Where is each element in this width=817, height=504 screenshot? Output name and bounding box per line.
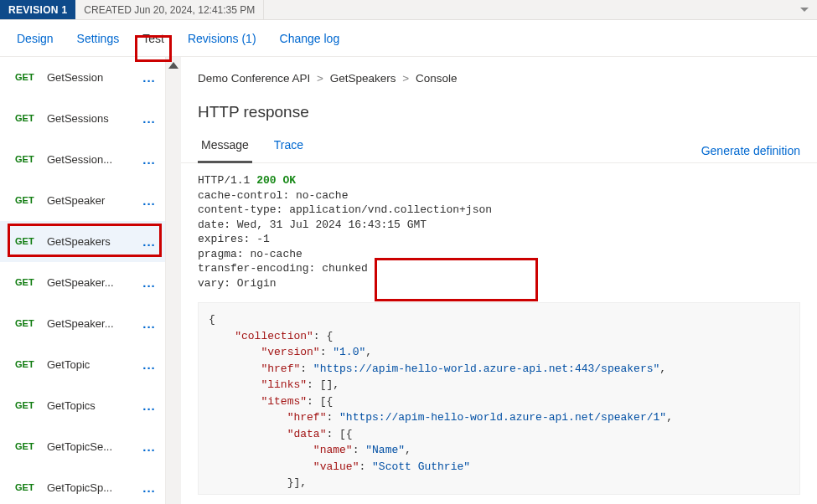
tab-change-log[interactable]: Change log	[268, 26, 352, 51]
op-item-getsession[interactable]: GET GetSession ...	[0, 57, 165, 98]
header-transfer-encoding: transfer-encoding: chunked	[198, 262, 368, 275]
json-val-version: "1.0"	[333, 346, 365, 358]
json-val-href1: "https://apim-hello-world.azure-api.net:…	[313, 363, 659, 375]
json-val-value: "Scott Guthrie"	[372, 460, 470, 473]
op-item-gettopics[interactable]: GET GetTopics ...	[0, 385, 165, 426]
more-icon[interactable]: ...	[142, 440, 157, 454]
left-gutter	[166, 57, 181, 504]
tab-revisions[interactable]: Revisions (1)	[176, 26, 268, 51]
op-verb: GET	[15, 277, 39, 287]
json-key-name: "name"	[313, 444, 353, 456]
more-icon[interactable]: ...	[142, 193, 157, 208]
op-verb: GET	[15, 359, 39, 369]
section-title: HTTP response	[181, 93, 817, 135]
json-key-links2: "links"	[287, 493, 334, 496]
json-val-name: "Name"	[365, 444, 405, 456]
op-verb: GET	[15, 236, 39, 246]
op-name: GetSpeakers	[47, 235, 133, 248]
op-name: GetTopics	[47, 399, 133, 412]
json-key-value: "value"	[313, 460, 359, 473]
scroll-up-icon[interactable]	[168, 62, 178, 69]
breadcrumb: Demo Conference API > GetSpeakers > Cons…	[181, 57, 817, 93]
more-icon[interactable]: ...	[142, 275, 157, 290]
op-item-getspeakers[interactable]: GET GetSpeakers ...	[0, 221, 165, 262]
revision-bar: REVISION 1 CREATED Jun 20, 2024, 12:41:3…	[0, 0, 817, 20]
json-key-data: "data"	[287, 428, 327, 440]
op-verb: GET	[15, 195, 39, 205]
revision-badge: REVISION 1	[0, 0, 75, 19]
more-icon[interactable]: ...	[142, 316, 157, 331]
tab-message[interactable]: Message	[198, 135, 252, 163]
operations-list: GET GetSession ... GET GetSessions ... G…	[0, 57, 166, 504]
op-name: GetSpeaker	[47, 194, 133, 207]
more-icon[interactable]: ...	[142, 481, 157, 495]
more-icon[interactable]: ...	[142, 399, 157, 413]
op-item-gettopic[interactable]: GET GetTopic ...	[0, 344, 165, 385]
json-key-href: "href"	[261, 363, 300, 375]
op-item-gettopicse[interactable]: GET GetTopicSe... ...	[0, 426, 165, 467]
response-body: { "collection": { "version": "1.0", "hre…	[198, 302, 800, 495]
op-item-getspeaker-trunc2[interactable]: GET GetSpeaker... ...	[0, 303, 165, 344]
json-key-href2: "href"	[287, 411, 327, 424]
op-verb: GET	[15, 482, 39, 492]
op-verb: GET	[15, 113, 39, 123]
op-name: GetTopic	[47, 358, 133, 371]
op-name: GetTopicSe...	[47, 440, 133, 453]
top-tabs: Design Settings Test Revisions (1) Chang…	[0, 20, 817, 57]
generate-definition-link[interactable]: Generate definition	[701, 141, 800, 157]
op-item-getsessions[interactable]: GET GetSessions ...	[0, 98, 165, 139]
result-tabs: Message Trace Generate definition	[181, 135, 817, 163]
more-icon[interactable]: ...	[142, 111, 157, 126]
more-icon[interactable]: ...	[142, 234, 157, 249]
json-val-href2: "https://apim-hello-world.azure-api.net/…	[339, 411, 666, 424]
http-status: 200 OK	[256, 174, 296, 187]
op-item-getsession-trunc[interactable]: GET GetSession... ...	[0, 139, 165, 180]
breadcrumb-api[interactable]: Demo Conference API	[198, 72, 310, 85]
header-date: date: Wed, 31 Jul 2024 16:43:15 GMT	[198, 219, 427, 231]
json-key-items: "items"	[261, 395, 307, 408]
more-icon[interactable]: ...	[142, 357, 157, 372]
op-name: GetSpeaker...	[47, 317, 133, 330]
header-cache-control: cache-control: no-cache	[198, 189, 348, 202]
tab-design[interactable]: Design	[8, 26, 65, 51]
breadcrumb-op[interactable]: GetSpeakers	[330, 72, 396, 85]
op-name: GetSession	[47, 71, 133, 84]
header-vary: vary: Origin	[198, 277, 277, 290]
response-panel: Demo Conference API > GetSpeakers > Cons…	[166, 57, 817, 504]
op-name: GetSession...	[47, 153, 133, 166]
json-key-version: "version"	[261, 346, 319, 358]
revision-created: CREATED Jun 20, 2024, 12:41:35 PM	[75, 0, 264, 19]
op-verb: GET	[15, 154, 39, 164]
chevron-down-icon	[800, 8, 809, 12]
tab-test[interactable]: Test	[131, 26, 176, 51]
more-icon[interactable]: ...	[142, 152, 157, 167]
header-expires: expires: -1	[198, 233, 270, 245]
json-key-collection: "collection"	[235, 330, 313, 342]
op-verb: GET	[15, 318, 39, 328]
op-item-gettopicsp[interactable]: GET GetTopicSp... ...	[0, 467, 165, 504]
op-verb: GET	[15, 400, 39, 410]
op-name: GetTopicSp...	[47, 481, 133, 494]
op-item-getspeaker-trunc1[interactable]: GET GetSpeaker... ...	[0, 262, 165, 303]
tab-trace[interactable]: Trace	[271, 135, 307, 163]
tab-settings[interactable]: Settings	[65, 26, 132, 51]
breadcrumb-sep: >	[399, 72, 412, 85]
op-verb: GET	[15, 441, 39, 451]
op-item-getspeaker[interactable]: GET GetSpeaker ...	[0, 180, 165, 221]
breadcrumb-console: Console	[416, 72, 458, 85]
op-name: GetSessions	[47, 112, 133, 125]
header-content-type: content-type: application/vnd.collection…	[198, 203, 492, 216]
breadcrumb-sep: >	[313, 72, 327, 85]
op-verb: GET	[15, 72, 39, 82]
header-pragma: pragma: no-cache	[198, 248, 302, 260]
response-headers: HTTP/1.1 200 OK cache-control: no-cache …	[181, 163, 817, 291]
json-key-links: "links"	[261, 378, 307, 391]
more-icon[interactable]: ...	[142, 70, 157, 85]
http-version: HTTP/1.1	[198, 174, 256, 187]
revision-dropdown[interactable]	[792, 0, 817, 19]
op-name: GetSpeaker...	[47, 276, 133, 289]
